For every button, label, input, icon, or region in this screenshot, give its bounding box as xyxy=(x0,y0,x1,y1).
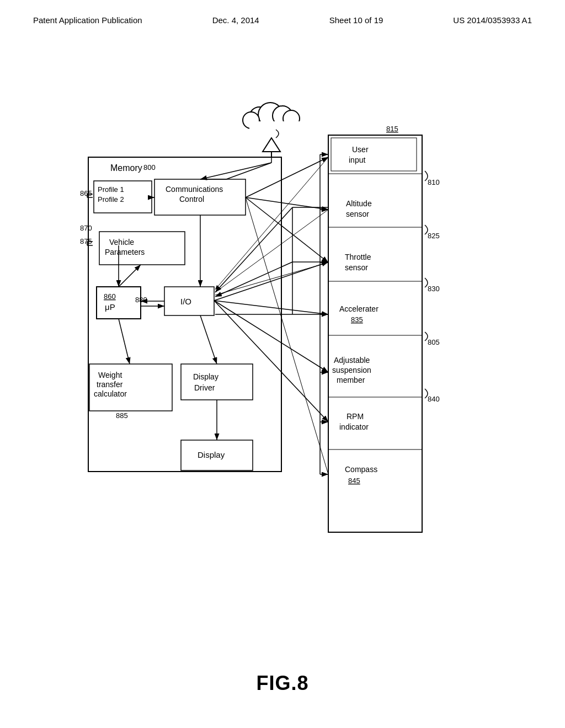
header-sheet: Sheet 10 of 19 xyxy=(329,15,383,25)
compass-box xyxy=(331,458,417,494)
up-label: μP xyxy=(105,302,115,312)
header-patent: US 2014/0353933 A1 xyxy=(453,15,532,25)
header-center: Dec. 4, 2014 xyxy=(212,15,259,25)
lbl-845: 845 xyxy=(348,477,360,485)
accelerater-box xyxy=(331,298,417,331)
params-label: Parameters xyxy=(105,248,145,256)
memory-label: Memory xyxy=(110,163,142,173)
adj-label: Adjustable xyxy=(334,356,370,365)
lbl-840: 840 xyxy=(428,395,440,403)
up-box xyxy=(97,287,141,319)
lbl-810: 810 xyxy=(428,178,440,186)
comm-control-label2: Control xyxy=(179,195,204,204)
lbl-880: 880 xyxy=(135,296,147,304)
throttle-sensor-box xyxy=(331,245,417,280)
comm-control-label: Communications xyxy=(166,185,223,194)
user-input-box xyxy=(331,138,417,171)
lbl-830: 830 xyxy=(428,285,440,293)
profile2-label: Profile 2 xyxy=(98,195,124,204)
throttle-sensor-label: sensor xyxy=(345,263,368,272)
diagram-svg: Memory 800 Communications Control Profil… xyxy=(44,72,519,651)
lbl-870: 870 xyxy=(80,224,92,232)
accelerater-label: Accelerater xyxy=(339,304,379,313)
throttle-label: Throttle xyxy=(345,253,371,261)
rpm-label: RPM xyxy=(347,412,364,421)
lbl-800: 800 xyxy=(143,163,156,172)
cloud-shape xyxy=(243,103,302,130)
weight-label: Weight xyxy=(98,371,122,379)
diagram-area: Memory 800 Communications Control Profil… xyxy=(44,72,519,651)
lbl-815: 815 xyxy=(386,125,398,133)
compass-label: Compass xyxy=(345,465,377,474)
altitude-sensor-box xyxy=(331,192,417,225)
lbl-865: 865 xyxy=(80,189,92,197)
vehicle-label: Vehicle xyxy=(109,238,134,247)
member-label: member xyxy=(337,376,365,384)
profile1-label: Profile 1 xyxy=(98,185,124,194)
altitude-label: Altitude xyxy=(346,199,372,208)
svg-rect-5 xyxy=(249,121,302,130)
display-driver-label1: Display xyxy=(193,372,218,381)
lbl-885: 885 xyxy=(116,411,128,420)
page-header: Patent Application Publication Dec. 4, 2… xyxy=(0,0,565,25)
lbl-860-text: 860 xyxy=(104,292,116,301)
header-left: Patent Application Publication xyxy=(33,15,142,25)
display-driver-label2: Driver xyxy=(194,383,215,392)
lbl-835: 835 xyxy=(351,315,363,324)
user-label: User xyxy=(352,145,369,154)
display-driver-box xyxy=(181,364,253,400)
svg-marker-6 xyxy=(263,138,280,152)
display-label: Display xyxy=(198,450,225,459)
input-label: input xyxy=(349,156,365,164)
io-label: I/O xyxy=(180,297,191,306)
lbl-805: 805 xyxy=(428,338,440,346)
lbl-825: 825 xyxy=(428,232,440,240)
transfer-label: transfer xyxy=(97,380,123,389)
indicator-label: indicator xyxy=(339,422,369,431)
altitude-sensor-label: sensor xyxy=(346,210,369,218)
suspension-label: suspension xyxy=(332,366,371,374)
calculator-label: calculator xyxy=(94,389,127,398)
fig-label: FIG.8 xyxy=(256,672,308,695)
